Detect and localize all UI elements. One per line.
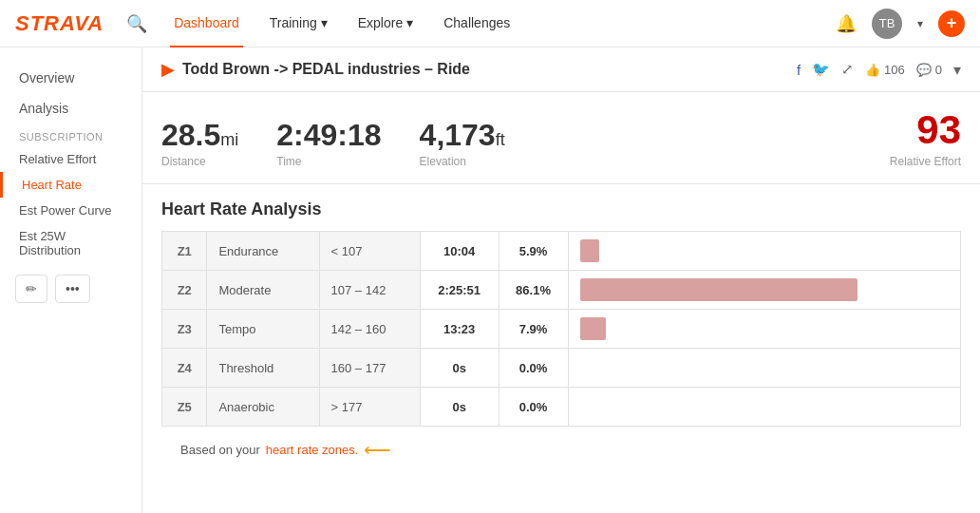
- distance-value: 28.5mi: [161, 118, 238, 153]
- sidebar-item-heart-rate[interactable]: Heart Rate: [0, 172, 141, 198]
- page-layout: Overview Analysis SUBSCRIPTION Relative …: [0, 48, 980, 513]
- time-label: Time: [276, 155, 381, 168]
- ride-icon: ▶: [161, 59, 175, 80]
- sidebar-item-analysis[interactable]: Analysis: [0, 93, 141, 124]
- zone-pct: 0.0%: [499, 349, 568, 388]
- bar-fill: [580, 278, 858, 301]
- kudos-button[interactable]: 👍 106: [865, 63, 905, 77]
- zone-label: Z3: [162, 310, 207, 349]
- zone-time: 13:23: [420, 310, 499, 349]
- kudos-count: 106: [884, 63, 905, 77]
- distance-stat: 28.5mi Distance: [161, 118, 238, 168]
- zone-range: > 177: [319, 388, 420, 427]
- main-content: ▶ Todd Brown -> PEDAL industries – Ride …: [142, 48, 980, 513]
- bar-fill: [580, 239, 599, 262]
- nav-dashboard[interactable]: Dashboard: [170, 0, 243, 48]
- chevron-down-icon: ▾: [406, 15, 413, 30]
- chevron-down-icon[interactable]: ▾: [917, 17, 923, 30]
- strava-logo: STRAVA: [15, 11, 104, 36]
- zone-range: 142 – 160: [319, 310, 420, 349]
- activity-title: Todd Brown -> PEDAL industries – Ride: [182, 61, 789, 78]
- arrow-icon: ⟵: [364, 438, 391, 461]
- zone-time: 0s: [420, 388, 499, 427]
- time-stat: 2:49:18 Time: [276, 118, 381, 168]
- nav-right: 🔔 TB ▾ +: [836, 9, 965, 39]
- bar-container: [580, 317, 949, 340]
- zone-name: Moderate: [207, 271, 319, 310]
- zone-time: 10:04: [420, 232, 499, 271]
- relative-effort-value: 93: [890, 107, 961, 153]
- search-icon[interactable]: 🔍: [126, 13, 147, 34]
- nav-explore[interactable]: Explore ▾: [354, 0, 417, 48]
- bar-container: [580, 278, 949, 301]
- sidebar-item-overview[interactable]: Overview: [0, 63, 141, 93]
- time-value: 2:49:18: [276, 118, 381, 153]
- facebook-icon[interactable]: f: [797, 62, 801, 78]
- elevation-label: Elevation: [420, 155, 505, 168]
- table-row: Z3 Tempo 142 – 160 13:23 7.9%: [162, 310, 961, 349]
- zone-time: 0s: [420, 349, 499, 388]
- heart-rate-zones-link[interactable]: heart rate zones.: [266, 443, 359, 457]
- twitter-icon[interactable]: 🐦: [812, 61, 830, 78]
- avatar[interactable]: TB: [872, 9, 902, 39]
- zone-label: Z5: [162, 388, 207, 427]
- zone-bar-cell: [568, 271, 960, 310]
- dropdown-button[interactable]: ▾: [953, 61, 961, 79]
- hr-analysis-section: Heart Rate Analysis Z1 Endurance < 107 1…: [142, 184, 980, 487]
- table-row: Z1 Endurance < 107 10:04 5.9%: [162, 232, 961, 271]
- notifications-icon[interactable]: 🔔: [836, 13, 857, 34]
- stats-row: 28.5mi Distance 2:49:18 Time 4,173ft Ele…: [142, 92, 980, 184]
- sidebar-item-relative-effort[interactable]: Relative Effort: [0, 146, 141, 172]
- sidebar-item-est-25w[interactable]: Est 25W Distribution: [0, 223, 141, 263]
- thumbs-up-icon: 👍: [865, 63, 880, 77]
- comments-button[interactable]: 💬 0: [916, 63, 942, 77]
- comment-icon: 💬: [916, 63, 932, 77]
- zone-bar-cell: [568, 310, 960, 349]
- zone-name: Tempo: [207, 310, 319, 349]
- table-row: Z2 Moderate 107 – 142 2:25:51 86.1%: [162, 271, 961, 310]
- share-icon[interactable]: ⤢: [841, 61, 854, 78]
- zone-range: 107 – 142: [319, 271, 420, 310]
- hr-table: Z1 Endurance < 107 10:04 5.9% Z2 Moderat…: [161, 231, 961, 427]
- sidebar: Overview Analysis SUBSCRIPTION Relative …: [0, 48, 142, 513]
- zone-pct: 0.0%: [499, 388, 568, 427]
- elevation-stat: 4,173ft Elevation: [420, 118, 505, 168]
- nav-challenges[interactable]: Challenges: [440, 0, 514, 48]
- table-row: Z5 Anaerobic > 177 0s 0.0%: [162, 388, 961, 427]
- zone-label: Z4: [162, 349, 207, 388]
- sidebar-subscription-label: SUBSCRIPTION: [0, 124, 141, 146]
- zone-range: < 107: [319, 232, 420, 271]
- zone-name: Anaerobic: [207, 388, 319, 427]
- zone-label: Z1: [162, 232, 207, 271]
- relative-effort-label: Relative Effort: [890, 155, 961, 168]
- edit-button[interactable]: ✏: [15, 275, 47, 303]
- top-nav: STRAVA 🔍 Dashboard Training ▾ Explore ▾ …: [0, 0, 980, 48]
- social-icons: f 🐦 ⤢ 👍 106 💬 0 ▾: [797, 61, 961, 79]
- bar-container: [580, 239, 949, 262]
- nav-training[interactable]: Training ▾: [266, 0, 331, 48]
- bar-container: [580, 395, 949, 418]
- zone-label: Z2: [162, 271, 207, 310]
- add-button[interactable]: +: [938, 10, 965, 37]
- sidebar-actions: ✏ •••: [0, 263, 141, 314]
- zone-pct: 7.9%: [499, 310, 568, 349]
- sidebar-item-est-power-curve[interactable]: Est Power Curve: [0, 198, 141, 223]
- distance-label: Distance: [161, 155, 238, 168]
- more-options-button[interactable]: •••: [55, 275, 90, 303]
- relative-effort-stat: 93 Relative Effort: [890, 107, 961, 168]
- footer-note: Based on your heart rate zones. ⟵: [161, 427, 961, 472]
- bar-fill: [580, 317, 606, 340]
- comments-count: 0: [935, 63, 942, 77]
- zone-bar-cell: [568, 388, 960, 427]
- zone-time: 2:25:51: [420, 271, 499, 310]
- zone-pct: 86.1%: [499, 271, 568, 310]
- zone-range: 160 – 177: [319, 349, 420, 388]
- zone-bar-cell: [568, 349, 960, 388]
- activity-header: ▶ Todd Brown -> PEDAL industries – Ride …: [142, 48, 980, 92]
- hr-section-title: Heart Rate Analysis: [161, 200, 961, 219]
- elevation-value: 4,173ft: [420, 118, 505, 153]
- zone-bar-cell: [568, 232, 960, 271]
- table-row: Z4 Threshold 160 – 177 0s 0.0%: [162, 349, 961, 388]
- chevron-down-icon: ▾: [321, 15, 328, 30]
- bar-container: [580, 356, 949, 379]
